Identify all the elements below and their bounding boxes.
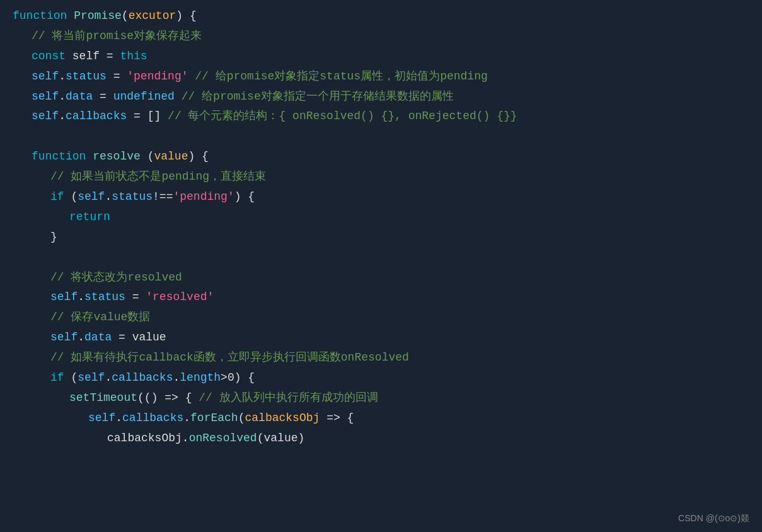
parameter: calbacksObj [245, 410, 327, 427]
self-var: self [32, 68, 59, 86]
code-line-empty [0, 248, 762, 268]
operator: > [221, 369, 228, 387]
code-line: self.callbacks = [] // 每个元素的结构：{ onResol… [0, 107, 762, 127]
punctuation: ( [238, 410, 245, 427]
punctuation: ( [71, 188, 78, 206]
arrow: => [165, 390, 185, 407]
property: callbacks [112, 369, 173, 387]
comment: // 放入队列中执行所有成功的回调 [199, 390, 378, 407]
comment: // 将状态改为resolved [50, 269, 182, 287]
punctuation: ) { [234, 188, 255, 206]
parameter: excutor [129, 8, 176, 25]
property: status [66, 68, 113, 86]
operator: !== [153, 188, 173, 206]
code-line: function Promise(excutor) { [0, 6, 762, 26]
keyword-this: this [120, 48, 147, 66]
dot: . [183, 410, 190, 427]
operator: = [118, 329, 132, 347]
property: callbacks [66, 108, 134, 125]
string: 'resolved' [146, 289, 214, 306]
code-line-empty [0, 127, 762, 147]
keyword: function [13, 8, 74, 25]
punctuation: ) { [188, 148, 208, 166]
code-line: } [0, 228, 762, 248]
property: data [66, 88, 100, 106]
punctuation: ( [257, 430, 264, 448]
function-name: Promise [74, 8, 122, 25]
self-var: self [32, 88, 59, 106]
comment: // 给promise对象指定一个用于存储结果数据的属性 [182, 88, 454, 106]
self-var: self [78, 188, 105, 206]
dot: . [59, 68, 66, 86]
punctuation: { [347, 410, 354, 427]
keyword: return [69, 209, 110, 226]
operator: = [100, 88, 113, 106]
operator: = [132, 289, 146, 306]
punctuation: ( [122, 8, 129, 25]
string: 'pending' [127, 68, 195, 86]
punctuation: { [185, 390, 199, 407]
property: callbacks [122, 410, 183, 427]
dot: . [182, 430, 189, 448]
variable: self [72, 48, 107, 66]
function-name: resolve [93, 148, 147, 166]
comment: // 给promise对象指定status属性，初始值为pending [195, 68, 487, 86]
dot: . [105, 369, 112, 387]
number: 0 [228, 369, 234, 387]
comment: // 如果当前状态不是pending，直接结束 [50, 168, 266, 186]
dot: . [78, 289, 84, 306]
dot: . [59, 108, 66, 125]
variable: value [263, 430, 297, 448]
dot: . [78, 329, 84, 347]
self-var: self [50, 289, 78, 306]
dot: . [105, 188, 112, 206]
keyword: if [50, 369, 71, 387]
variable: value [132, 329, 166, 347]
code-line: self.status = 'resolved' [0, 287, 762, 308]
keyword: function [32, 148, 93, 166]
code-line: setTimeout(() => { // 放入队列中执行所有成功的回调 [0, 388, 762, 408]
keyword: const [32, 48, 72, 66]
code-line: self.callbacks.forEach(calbacksObj => { [0, 408, 762, 429]
code-line: // 如果有待执行callback函数，立即异步执行回调函数onResolved [0, 348, 762, 368]
code-line: self.status = 'pending' // 给promise对象指定s… [0, 67, 762, 87]
property: data [84, 329, 118, 347]
code-line: calbacksObj.onResolved(value) [0, 429, 762, 449]
self-var: self [50, 329, 78, 347]
self-var: self [88, 410, 115, 427]
property: status [84, 289, 132, 306]
comment: // 将当前promise对象保存起来 [32, 28, 202, 45]
watermark: CSDN @(⊙o⊙)燚 [678, 513, 749, 524]
array: [] [147, 108, 168, 125]
dot: . [115, 410, 122, 427]
punctuation: ) { [176, 8, 196, 25]
keyword: if [50, 188, 71, 206]
self-var: self [78, 369, 105, 387]
punctuation: ( [71, 369, 78, 387]
code-line: if (self.status!=='pending') { [0, 187, 762, 207]
punctuation: } [50, 229, 57, 246]
operator: = [113, 68, 127, 86]
punctuation: ) { [234, 369, 255, 387]
code-line: self.data = undefined // 给promise对象指定一个用… [0, 87, 762, 107]
code-line: // 将当前promise对象保存起来 [0, 26, 762, 47]
punctuation: ( [147, 148, 154, 166]
arrow: => [326, 410, 347, 427]
code-line: // 将状态改为resolved [0, 268, 762, 288]
code-line: // 保存value数据 [0, 308, 762, 328]
operator: = [107, 48, 120, 66]
code-line: return [0, 207, 762, 228]
code-line: if (self.callbacks.length>0) { [0, 368, 762, 388]
function-name: setTimeout [69, 390, 137, 407]
method: onResolved [189, 430, 257, 448]
string: 'pending' [173, 188, 234, 206]
method: forEach [190, 410, 238, 427]
code-line: // 如果当前状态不是pending，直接结束 [0, 167, 762, 187]
comment: // 每个元素的结构：{ onResolved() {}, onRejected… [168, 108, 517, 125]
code-line: function resolve (value) { [0, 147, 762, 167]
property: status [112, 188, 153, 206]
comment: // 保存value数据 [50, 309, 150, 327]
undefined-kw: undefined [113, 88, 182, 106]
punctuation: ) [298, 430, 305, 448]
self-var: self [32, 108, 59, 125]
